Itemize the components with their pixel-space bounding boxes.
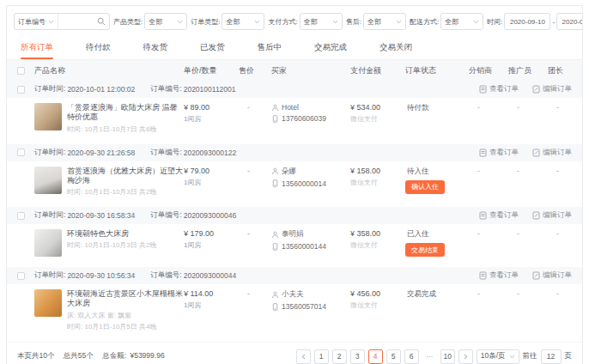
- delivery-select[interactable]: 全部: [440, 13, 483, 30]
- page-button[interactable]: 5: [386, 349, 401, 364]
- buyer-name[interactable]: 泰明娟: [282, 229, 304, 240]
- chevron-down-icon: [332, 20, 338, 24]
- edit-icon: [532, 149, 540, 157]
- pay-amount: ¥ 358.00: [350, 229, 405, 238]
- edit-order-button[interactable]: 编辑订单: [532, 210, 572, 221]
- filter-time: 时间: 2020-09-10 - 2020-09-25: [487, 13, 583, 30]
- buyer-name[interactable]: 朵娜: [282, 167, 296, 177]
- filter-order-type: 订单类型: 全部: [191, 13, 264, 30]
- promoter-value: -: [508, 289, 548, 298]
- total-count: 总共55个: [64, 351, 94, 360]
- pay-method: 微信支付: [350, 300, 405, 310]
- order-type-select[interactable]: 全部: [222, 13, 264, 30]
- select-all-checkbox[interactable]: [17, 67, 25, 75]
- row-checkbox[interactable]: [17, 86, 25, 94]
- header-amount: 支付金额: [350, 65, 405, 76]
- row-checkbox[interactable]: [17, 272, 25, 280]
- page-button[interactable]: 10: [440, 349, 455, 364]
- view-order-button[interactable]: 查看订单: [479, 270, 519, 281]
- row-checkbox[interactable]: [17, 149, 25, 156]
- order-group-header: 订单时间: 2020-09-30 21:26:58 订单编号: 20200930…: [7, 144, 582, 161]
- table-footer: 本页共10个 总共55个 总金额: ¥53999.96 1 2 3 4 5 6 …: [7, 342, 582, 364]
- unit-price: ¥ 114.00: [184, 289, 239, 298]
- buyer-phone: 13560057014: [282, 302, 326, 311]
- confirm-checkin-button[interactable]: 确认入住: [405, 180, 445, 194]
- page-count: 本页共10个: [17, 351, 54, 360]
- header-product-name: 产品名称: [34, 65, 184, 76]
- page-size-select[interactable]: 10条/页: [477, 349, 519, 364]
- room-qty: 1间房: [184, 178, 239, 187]
- distributor-value: -: [469, 167, 508, 175]
- filter-product-type: 产品类型: 全部: [113, 13, 187, 30]
- product-name[interactable]: 环境朝特色大床房: [67, 229, 156, 239]
- product-name[interactable]: 环境朝海近古赏景区小木屋榻榻米大床房: [67, 289, 184, 309]
- page-button[interactable]: 2: [332, 349, 347, 364]
- header-unit-price: 单价/数量: [184, 65, 239, 76]
- page-button[interactable]: 1: [314, 349, 329, 364]
- product-type-select[interactable]: 全部: [144, 13, 187, 30]
- view-order-label: 查看订单: [489, 148, 519, 158]
- order-row: 「赏景逐浪海」欧陆大床房 温馨特价优惠 时间: 10月1日-10月7日 共6晚 …: [7, 98, 582, 141]
- view-order-button[interactable]: 查看订单: [479, 210, 519, 221]
- room-qty: 1间房: [184, 240, 239, 250]
- page-button-current[interactable]: 4: [368, 349, 383, 364]
- filter-label: 时间:: [487, 17, 502, 27]
- order-search: 订单编号: [14, 13, 110, 30]
- tab-completed[interactable]: 交易完成: [313, 35, 349, 59]
- view-order-label: 查看订单: [489, 84, 519, 94]
- edit-order-label: 编辑订单: [543, 148, 572, 158]
- edit-order-button[interactable]: 编辑订单: [532, 270, 572, 281]
- edit-order-button[interactable]: 编辑订单: [532, 84, 572, 94]
- edit-icon: [532, 85, 540, 94]
- order-group-header: 订单时间: 2020-09-30 16:58:34 订单编号: 20200930…: [7, 207, 582, 224]
- order-time-label: 订单时间:: [34, 270, 65, 281]
- user-icon: [271, 104, 279, 112]
- tab-all-orders[interactable]: 所有订单: [19, 35, 55, 59]
- tab-closed[interactable]: 交易关闭: [378, 35, 414, 59]
- filter-label: 配送方式:: [410, 17, 439, 27]
- order-group: 订单时间: 2020-09-30 16:58:34 订单编号: 20200930…: [7, 207, 582, 264]
- next-page-button[interactable]: [458, 349, 473, 364]
- goto-label: 前往: [523, 351, 537, 361]
- edit-order-button[interactable]: 编辑订单: [532, 148, 572, 158]
- header-status: 订单状态: [405, 65, 469, 76]
- header-distributor: 分销商: [469, 65, 508, 76]
- date-from-input[interactable]: 2020-09-10: [504, 13, 550, 30]
- view-order-button[interactable]: 查看订单: [479, 84, 519, 94]
- sale-price-value: -: [239, 229, 271, 238]
- page-button[interactable]: 6: [404, 349, 419, 364]
- product-name[interactable]: 首赏逐浪海（优雅大床房）近望大梅沙海: [67, 167, 184, 186]
- product-name[interactable]: 「赏景逐浪海」欧陆大床房 温馨特价优惠: [67, 103, 184, 123]
- view-order-button[interactable]: 查看订单: [479, 148, 519, 158]
- tab-pending-payment[interactable]: 待付款: [84, 35, 112, 59]
- search-input[interactable]: [58, 18, 97, 26]
- aftersale-select[interactable]: 全部: [363, 13, 406, 30]
- page-button[interactable]: 3: [350, 349, 365, 364]
- order-group: 订单时间: 2020-10-01 12:00:02 订单编号: 20201001…: [7, 81, 582, 141]
- goto-unit: 页: [565, 351, 573, 361]
- finish-trade-button[interactable]: 交易结束: [405, 243, 445, 257]
- search-type-select[interactable]: 订单编号: [15, 14, 58, 29]
- status-tabs: 所有订单 待付款 待发货 已发货 售后中 交易完成 交易关闭: [7, 35, 582, 60]
- tab-aftersale[interactable]: 售后中: [256, 35, 284, 59]
- room-qty: 1间房: [184, 300, 239, 310]
- chevron-left-icon: [301, 354, 306, 360]
- order-row: 环境朝特色大床房 时间: 10月1日-10月3日 共2晚 ¥ 179.00 1间…: [7, 224, 582, 264]
- pay-method: 微信支付: [350, 178, 405, 187]
- tab-shipped[interactable]: 已发货: [198, 35, 227, 59]
- search-icon[interactable]: [97, 17, 106, 26]
- buyer-name[interactable]: 小夫夫: [282, 289, 304, 300]
- buyer-name[interactable]: Hotel: [282, 103, 299, 112]
- tab-pending-shipment[interactable]: 待发货: [142, 35, 170, 59]
- product-image: [34, 103, 62, 130]
- order-time-label: 订单时间:: [34, 210, 65, 221]
- goto-page-input[interactable]: 12: [541, 349, 562, 364]
- date-to-input[interactable]: 2020-09-25: [556, 13, 583, 30]
- order-status: 已入住: [405, 229, 469, 240]
- order-time-label: 订单时间:: [34, 148, 65, 158]
- pay-method-select[interactable]: 全部: [300, 13, 343, 30]
- row-checkbox[interactable]: [17, 212, 25, 220]
- prev-page-button[interactable]: [296, 349, 311, 364]
- order-time: 2020-09-30 21:26:58: [67, 149, 135, 157]
- order-no-label: 订单编号:: [150, 270, 181, 281]
